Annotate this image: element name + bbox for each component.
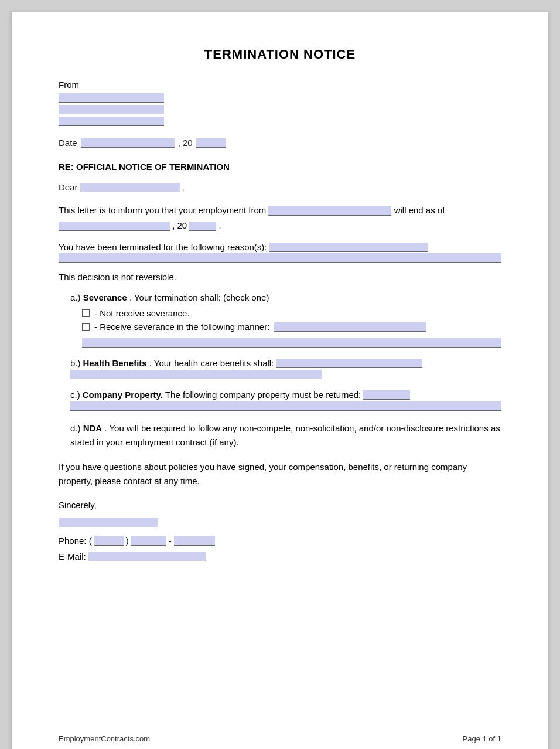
dear-comma: ,	[182, 182, 185, 192]
body-para-1: This letter is to inform you that your e…	[59, 203, 501, 233]
item-d-body: . You will be required to follow any non…	[70, 423, 500, 447]
reason-pre: You have been terminated for the followi…	[59, 242, 267, 252]
severance-manner-fill-1[interactable]	[274, 322, 426, 332]
item-a-text: . Your termination shall: (check one)	[129, 292, 269, 302]
from-label: From	[59, 80, 501, 90]
body-para1-end: .	[219, 220, 221, 230]
dear-label: Dear	[59, 182, 78, 192]
dear-fill[interactable]	[80, 183, 180, 192]
from-line-3[interactable]	[59, 117, 164, 126]
item-d-label: d.)	[70, 423, 81, 433]
checkbox-2[interactable]	[82, 323, 90, 331]
date-label: Date	[59, 138, 77, 148]
body-para1-year-suffix: , 20	[172, 220, 187, 230]
email-row: E-Mail:	[59, 551, 501, 561]
company-prop-fill-1[interactable]	[363, 390, 410, 400]
health-fill-1[interactable]	[276, 359, 422, 368]
checkbox-no-severance: - Not receive severance.	[70, 308, 501, 318]
from-block: From	[59, 80, 501, 126]
company-prop-fill-2[interactable]	[70, 401, 501, 411]
date-comma-year: , 20	[178, 138, 193, 148]
employment-from-fill[interactable]	[268, 206, 391, 216]
checkbox-receive-severance: - Receive severance in the following man…	[70, 322, 501, 348]
body-para1-mid: will end as of	[394, 205, 445, 215]
date-year-fill[interactable]	[196, 138, 226, 148]
severance-manner-fill-2[interactable]	[82, 338, 501, 348]
footer-paragraph: If you have questions about policies you…	[59, 460, 501, 488]
phone-area-fill[interactable]	[94, 536, 124, 546]
footer-left: EmploymentContracts.com	[59, 734, 150, 743]
item-b: b.) Health Benefits . Your health care b…	[70, 358, 501, 379]
item-a-bold: Severance	[83, 292, 127, 302]
item-list: a.) Severance . Your termination shall: …	[59, 292, 501, 450]
phone-dash: -	[169, 536, 172, 546]
reason-fill-1[interactable]	[269, 243, 428, 252]
item-b-row: b.) Health Benefits . Your health care b…	[70, 358, 501, 368]
phone-row: Phone: ( ) -	[59, 536, 501, 546]
phone-num-fill[interactable]	[131, 536, 166, 546]
item-a-letter: a.)	[70, 292, 81, 302]
phone-label: Phone: (	[59, 536, 92, 546]
checkbox-1[interactable]	[82, 309, 90, 317]
phone-mid: )	[126, 536, 129, 546]
item-a-label: a.) Severance . Your termination shall: …	[70, 292, 501, 302]
end-year-fill[interactable]	[189, 222, 216, 231]
reason-fill-2[interactable]	[59, 253, 501, 263]
item-c-pre: The following company property must be r…	[165, 390, 361, 400]
health-fill-2[interactable]	[70, 370, 322, 379]
item-b-bold: Health Benefits	[83, 358, 147, 368]
checkbox2-pre: - Receive severance in the following man…	[94, 322, 269, 332]
item-c: c.) Company Property. The following comp…	[70, 390, 501, 411]
re-section: RE: OFFICIAL NOTICE OF TERMINATION	[59, 162, 501, 172]
date-row: Date , 20	[59, 138, 501, 148]
footer-right: Page 1 of 1	[463, 734, 502, 743]
item-a: a.) Severance . Your termination shall: …	[70, 292, 501, 348]
body-para1-pre: This letter is to inform you that your e…	[59, 205, 266, 215]
reason-line-1: You have been terminated for the followi…	[59, 242, 501, 252]
item-c-bold: Company Property.	[83, 390, 163, 400]
from-line-1[interactable]	[59, 93, 164, 103]
dear-row: Dear ,	[59, 182, 501, 192]
page-footer: EmploymentContracts.com Page 1 of 1	[59, 734, 501, 743]
item-b-label: b.)	[70, 358, 81, 368]
from-line-2[interactable]	[59, 105, 164, 114]
email-label: E-Mail:	[59, 551, 86, 561]
signature-fill[interactable]	[59, 518, 158, 527]
item-c-label: c.)	[70, 390, 80, 400]
sincerely-label: Sincerely,	[59, 500, 501, 510]
not-reversible: This decision is not reversible.	[59, 272, 501, 282]
phone-end-fill[interactable]	[174, 536, 215, 546]
item-c-row: c.) Company Property. The following comp…	[70, 390, 501, 400]
document-page: TERMINATION NOTICE From Date , 20 RE: OF…	[12, 12, 548, 749]
re-heading: RE: OFFICIAL NOTICE OF TERMINATION	[59, 162, 501, 172]
from-lines	[59, 93, 501, 126]
email-fill[interactable]	[88, 552, 206, 561]
end-date-fill[interactable]	[59, 222, 170, 231]
date-fill[interactable]	[81, 138, 175, 148]
item-d-bold: NDA	[83, 423, 103, 433]
reason-block: You have been terminated for the followi…	[59, 242, 501, 263]
item-b-pre: . Your health care benefits shall:	[149, 358, 274, 368]
checkbox1-text: - Not receive severance.	[94, 308, 190, 318]
item-d: d.) NDA . You will be required to follow…	[70, 421, 501, 450]
document-title: TERMINATION NOTICE	[59, 47, 501, 62]
item-d-text: d.) NDA . You will be required to follow…	[70, 421, 501, 450]
